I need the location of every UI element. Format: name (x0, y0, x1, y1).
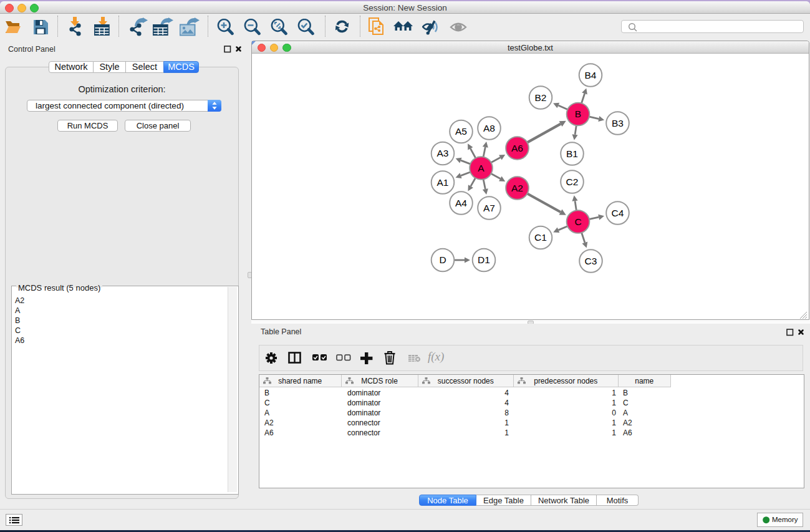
svg-text:C1: C1 (534, 232, 547, 243)
svg-text:A7: A7 (483, 203, 495, 213)
svg-text:C: C (574, 216, 581, 227)
svg-text:A6: A6 (511, 143, 523, 153)
svg-text:C4: C4 (612, 208, 624, 218)
svg-text:A1: A1 (437, 177, 449, 188)
svg-text:C3: C3 (585, 256, 597, 266)
svg-text:D1: D1 (478, 254, 490, 265)
svg-text:A8: A8 (483, 123, 495, 133)
svg-text:A5: A5 (455, 126, 467, 137)
svg-text:A2: A2 (511, 183, 523, 193)
svg-text:B: B (575, 109, 581, 119)
svg-text:B4: B4 (585, 70, 597, 80)
svg-text:B2: B2 (535, 92, 547, 103)
svg-text:A: A (478, 163, 485, 173)
svg-text:B1: B1 (566, 148, 578, 159)
svg-text:A4: A4 (455, 198, 467, 208)
svg-text:B3: B3 (612, 118, 624, 128)
svg-text:C2: C2 (566, 177, 579, 187)
svg-text:D: D (439, 254, 446, 265)
svg-text:A3: A3 (437, 148, 449, 158)
